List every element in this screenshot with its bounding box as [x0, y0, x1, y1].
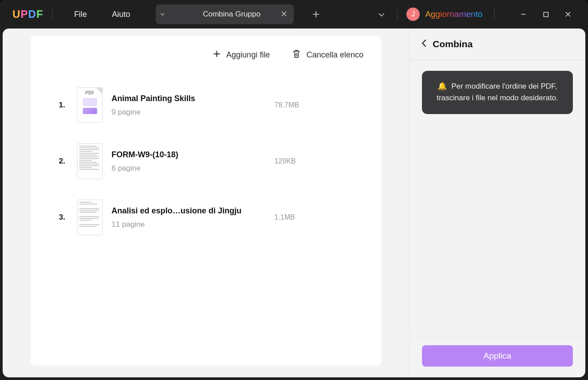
chevron-left-icon: [421, 39, 426, 47]
side-panel-title: Combina: [433, 39, 473, 49]
file-toolbar: Aggiungi file Cancella elenco: [49, 49, 364, 61]
close-window-button[interactable]: [557, 5, 579, 23]
maximize-icon: [543, 12, 549, 17]
bell-icon: 🔔: [438, 82, 447, 90]
separator: [397, 9, 397, 19]
file-name: Analisi ed esplo…usione di Jingju: [112, 206, 275, 216]
tab-close-button[interactable]: [281, 10, 287, 18]
file-thumbnail: [77, 200, 103, 235]
file-thumbnail: [77, 143, 103, 179]
user-avatar[interactable]: J: [406, 8, 420, 21]
file-row[interactable]: 1. PDF Animal Painting Skills 9 pagine 7…: [49, 77, 364, 133]
maximize-button[interactable]: [535, 5, 557, 23]
file-list: 1. PDF Animal Painting Skills 9 pagine 7…: [49, 77, 364, 245]
tab-area: Combina Gruppo: [156, 0, 385, 29]
tip-box: 🔔 Per modificare l'ordine dei PDF, trasc…: [422, 71, 573, 114]
chevron-down-icon: [378, 13, 385, 16]
file-number: 2.: [49, 157, 65, 166]
main-panel: Aggiungi file Cancella elenco 1.: [3, 29, 409, 377]
side-footer: Applica: [410, 336, 585, 377]
window-controls: [512, 5, 579, 23]
tab-list-dropdown[interactable]: [156, 4, 169, 24]
tip-text: Per modificare l'ordine dei PDF, trascin…: [437, 82, 558, 102]
titlebar: UPDF File Aiuto Combina Gruppo J: [0, 0, 588, 29]
close-icon: [565, 11, 571, 17]
tab-title: Combina Gruppo: [169, 10, 294, 19]
clear-list-button[interactable]: Cancella elenco: [292, 49, 363, 61]
add-file-label: Aggiungi file: [226, 50, 270, 60]
back-button[interactable]: [421, 38, 426, 50]
menu-file[interactable]: File: [61, 10, 99, 19]
side-header: Combina: [410, 29, 585, 60]
file-meta: Animal Painting Skills 9 pagine: [112, 94, 275, 117]
close-icon: [281, 11, 287, 16]
plus-icon: [312, 11, 320, 18]
file-pages: 11 pagine: [112, 220, 275, 229]
file-size: 129KB: [275, 157, 319, 165]
file-row[interactable]: 2. FORM-W9-(10-18) 6 pagine 129KB: [49, 133, 364, 189]
file-pages: 9 pagine: [112, 108, 275, 117]
tab-combine-group[interactable]: Combina Gruppo: [169, 4, 294, 24]
file-size: 1.1MB: [275, 213, 319, 221]
file-pages: 6 pagine: [112, 164, 275, 173]
side-panel: Combina 🔔 Per modificare l'ordine dei PD…: [409, 29, 585, 377]
file-size: 78.7MB: [275, 101, 319, 109]
app-logo: UPDF: [12, 8, 43, 20]
apply-button[interactable]: Applica: [422, 345, 573, 367]
content-area: Aggiungi file Cancella elenco 1.: [0, 29, 588, 380]
menu-help[interactable]: Aiuto: [99, 10, 142, 19]
file-name: FORM-W9-(10-18): [112, 150, 275, 159]
file-name: Animal Painting Skills: [112, 94, 275, 103]
file-number: 1.: [49, 101, 65, 110]
clear-list-label: Cancella elenco: [306, 50, 363, 60]
user-area: J Aggiornamento: [388, 5, 588, 23]
file-row[interactable]: 3. Analisi ed esplo…usione di Jingju: [49, 189, 364, 245]
upgrade-link[interactable]: Aggiornamento: [425, 9, 483, 19]
separator: [52, 9, 53, 19]
svg-rect-0: [543, 12, 548, 16]
file-meta: Analisi ed esplo…usione di Jingju 11 pag…: [112, 206, 275, 229]
minimize-button[interactable]: [512, 5, 535, 23]
trash-icon: [292, 49, 301, 61]
plus-icon: [213, 50, 221, 60]
add-file-button[interactable]: Aggiungi file: [213, 50, 270, 60]
file-thumbnail: PDF: [77, 87, 103, 123]
new-tab-button[interactable]: [307, 5, 325, 23]
tab-overflow-button[interactable]: [378, 10, 385, 18]
file-meta: FORM-W9-(10-18) 6 pagine: [112, 150, 275, 173]
chevron-down-icon: [160, 13, 165, 16]
separator: [494, 9, 495, 19]
minimize-icon: [520, 11, 527, 17]
file-number: 3.: [49, 213, 65, 222]
file-list-card: Aggiungi file Cancella elenco 1.: [31, 36, 381, 365]
